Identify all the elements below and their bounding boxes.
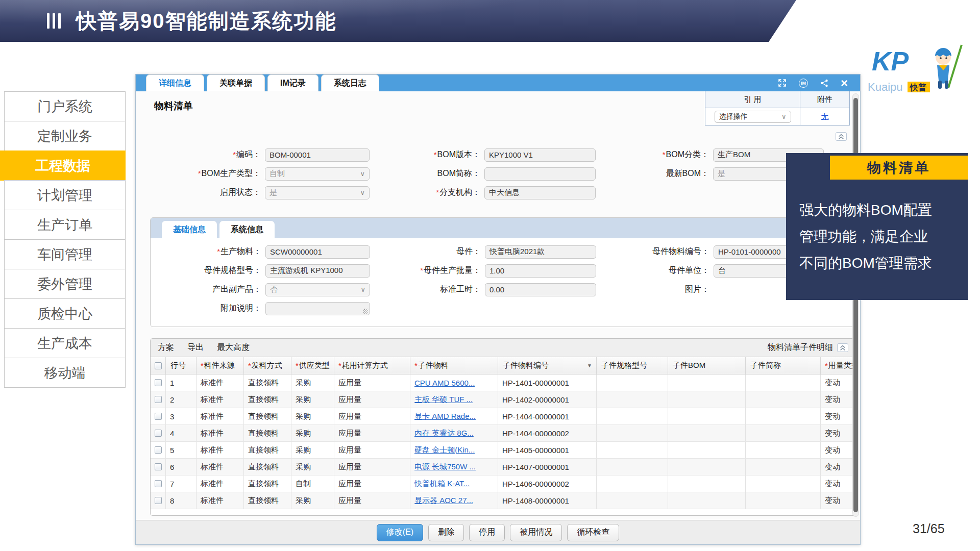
row-checkbox-cell <box>151 492 166 509</box>
share-icon[interactable] <box>820 79 828 87</box>
subpart-link[interactable]: 显示器 AOC 27... <box>414 496 473 506</box>
byproduct-select[interactable]: 否∨ <box>265 283 370 296</box>
row-checkbox-cell <box>151 391 166 408</box>
row-checkbox[interactable] <box>155 446 162 454</box>
page-indicator: 31/65 <box>913 521 945 536</box>
sidebar-item-planning[interactable]: 计划管理 <box>4 180 126 210</box>
delete-button[interactable]: 删除 <box>428 524 464 541</box>
cell-consumption-calc: 应用量 <box>334 374 410 391</box>
enable-status-select[interactable]: 是∨ <box>265 186 370 199</box>
code-input[interactable]: BOM-00001 <box>265 148 370 162</box>
select-all-checkbox[interactable] <box>155 362 162 369</box>
row-checkbox[interactable] <box>155 463 162 470</box>
cell-subpart-spec <box>597 374 668 391</box>
bom-short-name-input[interactable] <box>484 167 596 181</box>
production-material-input[interactable]: SCW00000001 <box>265 245 370 259</box>
row-checkbox[interactable] <box>155 480 162 487</box>
close-icon[interactable]: × <box>841 79 848 88</box>
cell-subpart-number: HP-1405-00000001 <box>498 442 597 458</box>
action-select[interactable]: 选择操作 ∨ <box>715 111 791 123</box>
cell-subpart: 快普机箱 K-AT... <box>410 475 498 492</box>
sidebar-item-quality[interactable]: 质检中心 <box>4 298 126 329</box>
extra-notes-textarea[interactable] <box>265 302 370 315</box>
callout-line: 强大的物料BOM配置 <box>799 197 932 223</box>
toolbar-export[interactable]: 导出 <box>187 342 204 353</box>
action-footer: 修改(E) 删除 停用 被用情况 循环检查 <box>136 520 860 544</box>
row-checkbox[interactable] <box>155 413 162 420</box>
disable-button[interactable]: 停用 <box>469 524 505 541</box>
field-label: 最新BOM： <box>596 168 709 179</box>
usage-status-button[interactable]: 被用情况 <box>510 524 562 541</box>
toolbar-scheme[interactable]: 方案 <box>158 342 174 353</box>
sidebar-item-portal[interactable]: 门户系统 <box>4 91 126 121</box>
tab-im-records[interactable]: IM记录 <box>267 74 318 91</box>
cell-subpart-bom <box>668 442 746 458</box>
sidebar-item-engineering-data[interactable]: 工程数据 <box>0 151 126 181</box>
collapse-form-button[interactable] <box>836 132 847 141</box>
bom-production-type-select[interactable]: 自制∨ <box>265 167 370 181</box>
im-icon[interactable]: IM <box>799 79 808 88</box>
fullscreen-icon[interactable] <box>778 79 787 87</box>
row-checkbox-cell <box>151 459 166 475</box>
window-titlebar: 详细信息 关联单据 IM记录 系统日志 IM × <box>136 74 860 91</box>
row-checkbox[interactable] <box>155 430 162 437</box>
cell-subpart-short <box>746 391 821 408</box>
table-row: 4 标准件 直接领料 采购 应用量 内存 英睿达 8G... HP-1404-0… <box>151 425 856 442</box>
attachment-link[interactable]: 无 <box>821 112 829 121</box>
bom-version-input[interactable]: KPY1000 V1 <box>484 148 596 162</box>
subpart-link[interactable]: 内存 英睿达 8G... <box>414 429 474 438</box>
col-material-source: *料件来源 <box>197 357 244 374</box>
cell-subpart-spec <box>597 425 668 441</box>
standard-hours-input[interactable]: 0.00 <box>485 283 596 296</box>
cell-row-number: 3 <box>166 408 197 424</box>
sidebar-item-custom[interactable]: 定制业务 <box>4 121 126 151</box>
cell-issue-method: 直接领料 <box>244 408 291 424</box>
subpart-link[interactable]: 电源 长城750W ... <box>414 462 476 472</box>
cell-subpart-bom <box>668 374 746 391</box>
field-label: 启用状态： <box>150 187 261 198</box>
row-checkbox[interactable] <box>155 497 162 504</box>
cell-usage-type: 变动 <box>821 492 856 509</box>
sidebar-item-production-order[interactable]: 生产订单 <box>4 210 126 240</box>
sidebar-item-mobile[interactable]: 移动端 <box>4 358 126 388</box>
tab-related-docs[interactable]: 关联单据 <box>207 74 265 91</box>
cell-usage-type: 变动 <box>821 442 856 458</box>
sidebar-item-outsourcing[interactable]: 委外管理 <box>4 269 126 299</box>
field-label: *编码： <box>150 149 261 160</box>
subpart-link[interactable]: 快普机箱 K-AT... <box>414 479 470 489</box>
tab-detail-info[interactable]: 详细信息 <box>146 74 204 91</box>
cell-consumption-calc: 应用量 <box>334 425 410 441</box>
tab-base-info[interactable]: 基础信息 <box>162 221 217 238</box>
filter-icon[interactable]: ▼ <box>587 363 592 368</box>
branch-input[interactable]: 中天信息 <box>484 186 596 199</box>
cell-subpart-bom <box>668 425 746 441</box>
required-asterisk: * <box>434 150 437 159</box>
field-label: 母件： <box>370 246 481 257</box>
tab-system-log[interactable]: 系统日志 <box>321 74 379 91</box>
row-checkbox[interactable] <box>155 379 162 386</box>
modify-button[interactable]: 修改(E) <box>377 524 423 541</box>
collapse-grid-button[interactable] <box>837 343 848 352</box>
subpart-link[interactable]: 显卡 AMD Rade... <box>414 412 476 421</box>
parent-batch-input[interactable]: 1.00 <box>485 264 596 278</box>
subpart-link[interactable]: 主板 华硕 TUF ... <box>414 395 473 405</box>
table-row: 1 标准件 直接领料 采购 应用量 CPU AMD 5600... HP-140… <box>151 374 856 391</box>
tab-system-info[interactable]: 系统信息 <box>219 221 275 238</box>
field-branch: *分支机构： 中天信息 <box>370 186 596 199</box>
table-row: 2 标准件 直接领料 采购 应用量 主板 华硕 TUF ... HP-1402-… <box>151 391 856 408</box>
col-row-number: 行号 <box>166 357 197 374</box>
parent-item-input[interactable]: 快普电脑2021款 <box>485 245 596 259</box>
cell-subpart-spec <box>597 475 668 492</box>
col-subpart-number: 子件物料编号▼ <box>498 357 597 374</box>
subpart-link[interactable]: 硬盘 金士顿(Kin... <box>414 445 475 455</box>
col-subpart: *子件物料 <box>410 357 498 374</box>
toolbar-max-height[interactable]: 最大高度 <box>217 342 250 353</box>
subpart-link[interactable]: CPU AMD 5600... <box>414 379 475 387</box>
cell-supply-type: 采购 <box>291 492 334 509</box>
cycle-check-button[interactable]: 循环检查 <box>567 524 619 541</box>
cell-material-source: 标准件 <box>197 408 244 424</box>
sidebar-item-production-cost[interactable]: 生产成本 <box>4 328 126 358</box>
row-checkbox[interactable] <box>155 396 162 403</box>
sidebar-item-workshop[interactable]: 车间管理 <box>4 239 126 269</box>
parent-spec-input[interactable]: 主流游戏机 KPY1000 <box>265 264 370 278</box>
